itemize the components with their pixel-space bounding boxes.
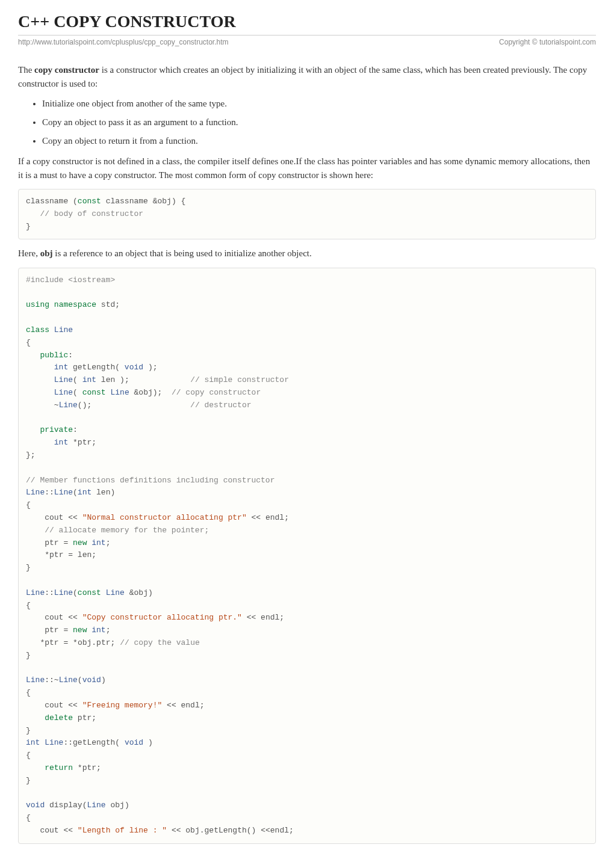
code-keyword: const: [78, 588, 101, 597]
code-sp: [26, 425, 40, 434]
code-comment: // simple constructor: [190, 375, 289, 384]
code-punct: {: [26, 688, 31, 697]
code-punct: <<: [68, 513, 78, 522]
para3-pre: Here,: [18, 248, 40, 258]
code-sp: [73, 826, 78, 835]
code-punct: (: [115, 363, 120, 372]
code-type: Line: [26, 676, 45, 685]
code-sp: [68, 626, 73, 635]
code-punct: ;: [200, 701, 205, 710]
code-text: classname: [26, 197, 73, 206]
code-sp: [125, 588, 129, 597]
code-sp: [167, 826, 172, 835]
code-type: Line: [45, 738, 63, 747]
code-sp: [49, 325, 54, 334]
code-punct: *: [73, 638, 78, 647]
code-string: "Normal constructor allocating ptr": [82, 513, 247, 522]
code-text: obj: [157, 197, 171, 206]
code-punct: ;: [106, 538, 111, 547]
list-item: Copy an object to pass it as an argument…: [42, 116, 596, 129]
code-block-1: classname (const classname &obj) { // bo…: [18, 189, 596, 239]
code-sp: [73, 763, 78, 772]
copyright-text: Copyright © tutorialspoint.com: [499, 38, 596, 46]
code-text: len: [96, 375, 120, 384]
code-punct: &: [129, 588, 134, 597]
code-type: int: [78, 488, 91, 497]
code-string: "Copy constructor allocating ptr.": [82, 613, 242, 622]
code-sp: [129, 375, 190, 384]
code-punct: (): [78, 401, 87, 410]
code-punct: ::: [45, 488, 54, 497]
code-sp: [143, 738, 148, 747]
code-punct: ): [148, 738, 153, 747]
code-preproc: #include <iostream>: [26, 275, 115, 285]
code-punct: ;: [279, 613, 284, 622]
code-comment: // body of constructor: [26, 209, 143, 218]
code-text: display: [45, 801, 82, 810]
code-punct: ;: [96, 763, 101, 772]
code-punct: ): [148, 588, 153, 597]
code-sp: [78, 375, 82, 384]
code-punct: ::: [45, 588, 54, 597]
code-punct: ): [101, 676, 106, 685]
intro-paragraph: The copy constructor is a constructor wh…: [18, 63, 596, 90]
code-type: void: [125, 363, 143, 372]
code-punct: ::~: [45, 676, 58, 685]
code-sp: [143, 363, 148, 372]
code-type: Line: [59, 401, 78, 410]
code-punct: {: [26, 338, 31, 347]
code-text: std: [96, 300, 115, 309]
code-text: len: [91, 488, 110, 497]
code-text: len: [73, 550, 91, 559]
code-sp: [120, 738, 125, 747]
code-text: obj: [106, 801, 125, 810]
code-punct: ): [125, 801, 129, 810]
code-text: obj: [134, 588, 148, 597]
code-punct: ): [153, 388, 158, 397]
meta-row: http://www.tutorialspoint.com/cplusplus/…: [18, 38, 596, 46]
code-punct: {: [176, 197, 186, 206]
code-sp: [26, 401, 54, 410]
code-punct: }: [26, 651, 31, 660]
code-type: Line: [54, 325, 73, 334]
code-keyword: return: [45, 763, 73, 772]
code-punct: ): [148, 363, 153, 372]
code-text: cout: [26, 701, 68, 710]
code-punct: .: [200, 826, 205, 835]
source-url[interactable]: http://www.tutorialspoint.com/cplusplus/…: [18, 38, 229, 46]
code-punct: <<: [63, 826, 73, 835]
code-keyword: const: [82, 388, 106, 397]
code-type: int: [26, 738, 40, 747]
code-punct: ;: [106, 626, 111, 635]
code-text: cout: [26, 613, 68, 622]
bullet-list: Initialize one object from another of th…: [42, 97, 596, 147]
code-sp: [242, 613, 247, 622]
code-text: endl: [176, 701, 200, 710]
code-sp: [101, 588, 106, 597]
code-type: Line: [26, 488, 45, 497]
code-sp: [162, 701, 167, 710]
code-sp: [26, 363, 54, 372]
code-text: classname: [101, 197, 153, 206]
code-punct: {: [26, 751, 31, 760]
code-punct: *: [78, 763, 82, 772]
code-comment: // destructor: [190, 401, 251, 410]
code-sp: [91, 401, 190, 410]
code-type: int: [91, 538, 105, 547]
code-punct: (: [78, 676, 82, 685]
code-punct: <<: [252, 513, 261, 522]
code-text: endl: [270, 826, 289, 835]
code-text: cout: [26, 826, 63, 835]
code-punct: ): [110, 488, 115, 497]
code-text: endl: [261, 513, 284, 522]
code-punct: ;: [125, 375, 129, 384]
code-type: Line: [54, 388, 73, 397]
code-punct: ): [120, 375, 125, 384]
code-sp: [26, 438, 54, 447]
code-sp: [129, 388, 134, 397]
page-title: C++ COPY CONSTRUCTOR: [18, 12, 596, 35]
para3-bold: obj: [40, 248, 53, 258]
code-punct: =: [68, 550, 73, 559]
code-type: int: [54, 438, 68, 447]
code-text: ptr: [45, 638, 63, 647]
